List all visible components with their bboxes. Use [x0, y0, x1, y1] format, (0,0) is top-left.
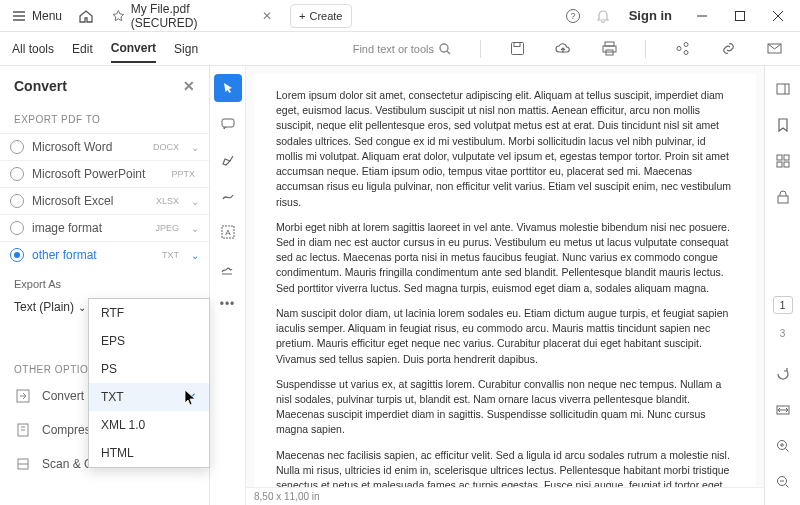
share-button[interactable]: [668, 35, 696, 63]
maximize-button[interactable]: [722, 2, 758, 30]
sign-in-button[interactable]: Sign in: [619, 8, 682, 23]
hamburger-icon: [12, 9, 26, 23]
export-option-image[interactable]: image formatJPEG⌄: [0, 214, 209, 241]
cloud-icon: [555, 41, 571, 57]
tool-sign[interactable]: Sign: [174, 36, 198, 62]
thumbnails-button[interactable]: [770, 148, 796, 174]
minimize-button[interactable]: [684, 2, 720, 30]
close-icon: [773, 11, 783, 21]
svg-rect-22: [777, 162, 782, 167]
comment-tool[interactable]: [214, 110, 242, 138]
export-as-label: Export As: [14, 278, 61, 290]
document-tab[interactable]: My File.pdf (SECURED) ✕: [102, 2, 282, 30]
svg-point-3: [440, 44, 448, 52]
export-as-value[interactable]: Text (Plain): [14, 300, 74, 314]
bookmark-button[interactable]: [770, 112, 796, 138]
highlight-icon: [220, 152, 236, 168]
save-button[interactable]: [503, 35, 531, 63]
title-bar: Menu My File.pdf (SECURED) ✕ + Create ? …: [0, 0, 800, 32]
page-size: 8,50 x 11,00 in: [254, 491, 320, 502]
tab-title: My File.pdf (SECURED): [131, 2, 248, 30]
svg-rect-21: [784, 155, 789, 160]
plus-icon: +: [299, 10, 305, 22]
svg-rect-6: [605, 42, 614, 46]
chevron-down-icon: ⌄: [191, 142, 199, 153]
home-button[interactable]: [72, 2, 100, 30]
dropdown-item-html[interactable]: HTML: [89, 439, 209, 467]
draw-icon: [220, 188, 236, 204]
draw-tool[interactable]: [214, 182, 242, 210]
text-tool[interactable]: A: [214, 218, 242, 246]
menu-button[interactable]: Menu: [4, 2, 70, 30]
export-option-excel[interactable]: Microsoft ExcelXLSX⌄: [0, 187, 209, 214]
right-rail: 1 3: [764, 66, 800, 505]
tool-edit[interactable]: Edit: [72, 36, 93, 62]
export-option-powerpoint[interactable]: Microsoft PowerPointPPTX: [0, 160, 209, 187]
panel-header: Convert ✕: [0, 66, 209, 106]
pdf-page: Lorem ipsum dolor sit amet, consectetur …: [254, 74, 756, 494]
create-label: Create: [309, 10, 342, 22]
svg-rect-19: [777, 84, 789, 94]
close-panel-icon[interactable]: ✕: [183, 78, 195, 94]
print-button[interactable]: [595, 35, 623, 63]
more-tools[interactable]: •••: [214, 290, 242, 318]
svg-rect-20: [777, 155, 782, 160]
paragraph: Nam suscipit dolor diam, ut lacinia lore…: [276, 306, 734, 367]
dropdown-item-ps[interactable]: PS: [89, 355, 209, 383]
fit-width-button[interactable]: [770, 397, 796, 423]
fit-icon: [775, 402, 791, 418]
chevron-down-icon: ⌄: [191, 196, 199, 207]
notifications-button[interactable]: [589, 2, 617, 30]
arrow-cursor-icon: [221, 81, 235, 95]
svg-rect-16: [222, 119, 234, 127]
security-button[interactable]: [770, 184, 796, 210]
star-icon: [112, 9, 125, 23]
tool-convert[interactable]: Convert: [111, 35, 156, 63]
panel-icon: [775, 81, 791, 97]
dropdown-item-rtf[interactable]: RTF: [89, 299, 209, 327]
zoom-in-button[interactable]: [770, 433, 796, 459]
more-icon: •••: [220, 297, 236, 311]
chevron-down-icon: ⌄: [191, 223, 199, 234]
svg-point-9: [677, 47, 681, 51]
document-area[interactable]: Lorem ipsum dolor sit amet, consectetur …: [246, 66, 764, 505]
sign-tool[interactable]: [214, 254, 242, 282]
text-icon: A: [220, 224, 236, 240]
svg-rect-2: [736, 11, 745, 20]
bell-icon: [595, 8, 611, 24]
close-window-button[interactable]: [760, 2, 796, 30]
cloud-button[interactable]: [549, 35, 577, 63]
rotate-button[interactable]: [770, 361, 796, 387]
bookmark-icon: [776, 117, 790, 133]
zoom-in-icon: [775, 438, 791, 454]
help-button[interactable]: ?: [559, 2, 587, 30]
search-box[interactable]: Find text or tools: [347, 40, 458, 58]
zoom-out-button[interactable]: [770, 469, 796, 495]
rotate-icon: [775, 366, 791, 382]
tool-all-tools[interactable]: All tools: [12, 36, 54, 62]
search-icon: [438, 42, 452, 56]
dropdown-item-eps[interactable]: EPS: [89, 327, 209, 355]
chevron-down-icon[interactable]: ⌄: [78, 302, 86, 313]
close-tab-icon[interactable]: ✕: [262, 9, 272, 23]
export-option-word[interactable]: Microsoft WordDOCX⌄: [0, 133, 209, 160]
page-current[interactable]: 1: [773, 296, 793, 314]
panel-toggle-button[interactable]: [770, 76, 796, 102]
link-button[interactable]: [714, 35, 742, 63]
dropdown-item-xml[interactable]: XML 1.0: [89, 411, 209, 439]
create-button[interactable]: + Create: [290, 4, 351, 28]
minimize-icon: [697, 11, 707, 21]
export-option-other[interactable]: other formatTXT⌄: [0, 241, 209, 268]
search-placeholder: Find text or tools: [353, 43, 434, 55]
paragraph: Lorem ipsum dolor sit amet, consectetur …: [276, 88, 734, 210]
highlight-tool[interactable]: [214, 146, 242, 174]
dropdown-item-txt[interactable]: TXT✓: [89, 383, 209, 411]
svg-rect-24: [778, 196, 788, 203]
email-button[interactable]: [760, 35, 788, 63]
menu-label: Menu: [32, 9, 62, 23]
select-tool[interactable]: [214, 74, 242, 102]
share-icon: [675, 41, 690, 56]
export-as-row: Export As: [0, 268, 209, 300]
link-icon: [721, 41, 736, 56]
comment-icon: [220, 116, 236, 132]
